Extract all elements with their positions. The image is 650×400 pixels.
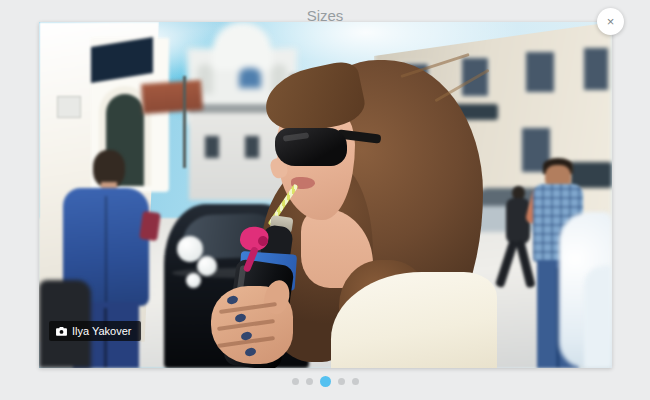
building-window bbox=[582, 46, 610, 92]
pagination-dot-active[interactable] bbox=[320, 376, 331, 387]
caption-text: Ilya Yakover bbox=[72, 321, 132, 341]
red-bag bbox=[139, 211, 161, 241]
pagination-dot[interactable] bbox=[352, 378, 359, 385]
close-button[interactable]: × bbox=[597, 8, 624, 35]
church-window bbox=[239, 68, 261, 88]
pagination-dot[interactable] bbox=[338, 378, 345, 385]
photo-red-roof bbox=[141, 80, 203, 114]
building-window bbox=[205, 136, 219, 158]
jacket-seam bbox=[105, 196, 107, 302]
church-dome bbox=[212, 22, 272, 70]
building-window bbox=[245, 136, 259, 158]
building-window bbox=[524, 50, 556, 94]
woman-hand bbox=[201, 280, 297, 368]
sunglasses-icon bbox=[275, 128, 347, 166]
photo-lamp-pole bbox=[183, 76, 186, 168]
camera-icon bbox=[56, 326, 67, 336]
wall-sign bbox=[57, 96, 81, 118]
pagination bbox=[0, 374, 650, 388]
pagination-dot[interactable] bbox=[306, 378, 313, 385]
photo-white-tulle bbox=[584, 266, 612, 368]
caption-badge: Ilya Yakover bbox=[49, 321, 141, 341]
white-balloon bbox=[186, 273, 201, 288]
close-icon: × bbox=[607, 15, 615, 28]
person-leg bbox=[495, 240, 518, 288]
lightbox-photo[interactable]: Ilya Yakover bbox=[39, 22, 612, 368]
pagination-dot[interactable] bbox=[292, 378, 299, 385]
white-balloon bbox=[197, 256, 217, 276]
